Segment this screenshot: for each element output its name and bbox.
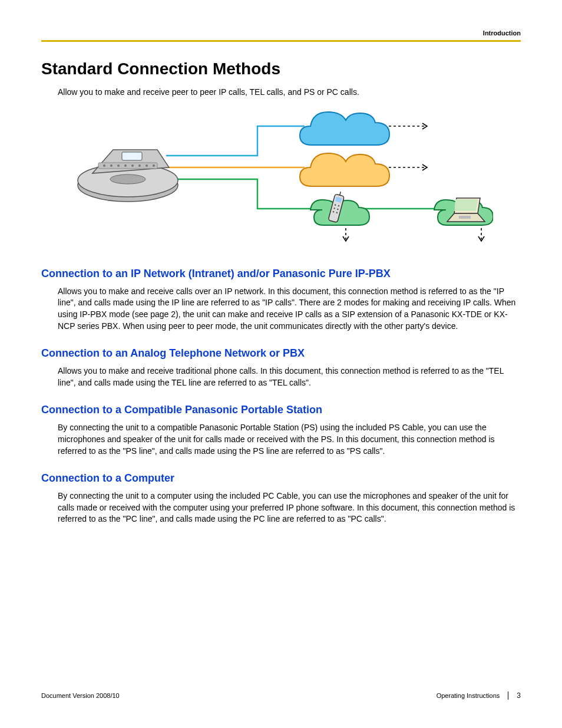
svg-point-8 [103, 164, 105, 167]
footer-version: Document Version 2008/10 [41, 692, 120, 699]
section-body-tel: Allows you to make and receive tradition… [58, 365, 521, 388]
svg-point-14 [146, 164, 148, 167]
conference-phone-icon [78, 150, 178, 202]
svg-line-19 [340, 192, 341, 195]
page-title: Standard Connection Methods [41, 60, 521, 78]
ps-pc-line [166, 179, 434, 209]
footer-page-number: 3 [517, 691, 521, 700]
page-footer: Document Version 2008/10 Operating Instr… [41, 691, 521, 700]
svg-point-9 [110, 164, 113, 167]
svg-point-10 [117, 164, 120, 167]
svg-rect-26 [459, 216, 471, 219]
svg-point-15 [153, 164, 155, 167]
section-heading-tel: Connection to an Analog Telephone Networ… [41, 347, 521, 360]
connection-diagram [69, 108, 493, 244]
section-heading-ps: Connection to a Compatible Panasonic Por… [41, 404, 521, 416]
svg-rect-7 [98, 163, 157, 169]
svg-point-12 [131, 164, 134, 167]
header-rule [41, 40, 521, 42]
ps-cloud-icon [310, 190, 369, 225]
header-section-label: Introduction [41, 29, 521, 37]
svg-point-11 [124, 164, 127, 167]
svg-rect-6 [122, 152, 142, 160]
ip-network-cloud-icon [300, 112, 389, 145]
pc-cloud-icon [434, 198, 493, 225]
svg-point-16 [110, 174, 146, 184]
section-heading-pc: Connection to a Computer [41, 472, 521, 485]
intro-text: Allow you to make and receive peer to pe… [58, 87, 521, 98]
section-body-ip: Allows you to make and receive calls ove… [58, 286, 521, 332]
section-body-ps: By connecting the unit to a compatible P… [58, 422, 521, 457]
svg-point-13 [138, 164, 141, 167]
footer-doc-label: Operating Instructions [437, 692, 500, 699]
ip-line [166, 126, 305, 156]
footer-divider [508, 691, 508, 700]
section-body-pc: By connecting the unit to a computer usi… [58, 490, 521, 525]
document-page: Introduction Standard Connection Methods… [0, 0, 562, 525]
section-heading-ip: Connection to an IP Network (Intranet) a… [41, 268, 521, 280]
tel-network-cloud-icon [300, 153, 389, 186]
